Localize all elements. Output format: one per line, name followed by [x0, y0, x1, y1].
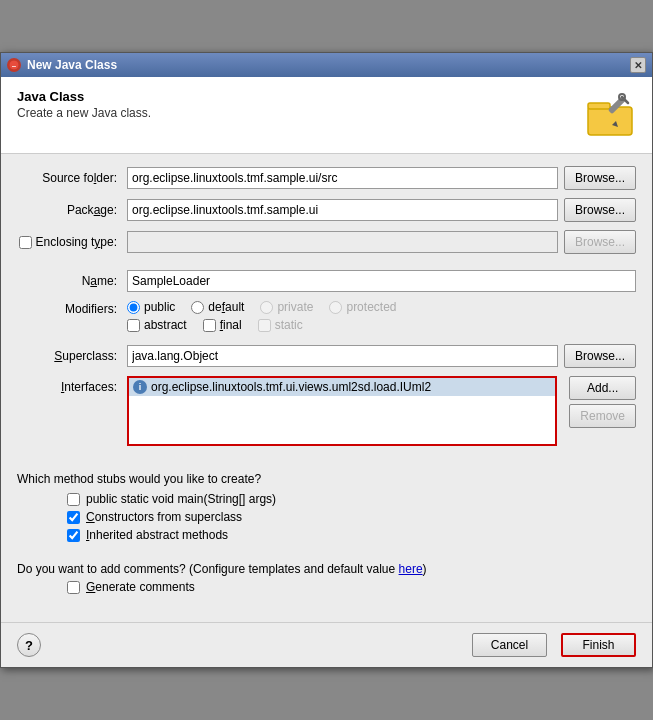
name-input[interactable]: [127, 270, 636, 292]
enclosing-type-input[interactable]: [127, 231, 558, 253]
dialog-icon: –: [7, 58, 21, 72]
stubs-question: Which method stubs would you like to cre…: [17, 472, 636, 486]
superclass-row: Superclass: Browse...: [17, 344, 636, 368]
modifier-final-label: final: [220, 318, 242, 332]
modifiers-content: public default private protected: [127, 300, 636, 336]
modifiers-row1: public default private protected: [127, 300, 636, 314]
interfaces-label: Interfaces:: [17, 376, 127, 394]
modifier-private-radio[interactable]: [260, 301, 273, 314]
modifier-private[interactable]: private: [260, 300, 313, 314]
footer-right: Cancel Finish: [466, 633, 636, 657]
modifier-protected[interactable]: protected: [329, 300, 396, 314]
source-folder-row: Source folder: Browse...: [17, 166, 636, 190]
stubs-constructors-label: Constructors from superclass: [86, 510, 242, 524]
enclosing-type-row: Enclosing type: Browse...: [17, 230, 636, 254]
form-content: Source folder: Browse... Package: Browse…: [1, 154, 652, 606]
interfaces-box: i org.eclipse.linuxtools.tmf.ui.views.um…: [127, 376, 557, 446]
modifier-protected-radio[interactable]: [329, 301, 342, 314]
comments-question-end: ): [423, 562, 427, 576]
modifier-final[interactable]: final: [203, 318, 242, 332]
stubs-constructors-row: Constructors from superclass: [67, 510, 636, 524]
package-input[interactable]: [127, 199, 558, 221]
comments-link[interactable]: here: [399, 562, 423, 576]
footer-left: ?: [17, 633, 41, 657]
help-button[interactable]: ?: [17, 633, 41, 657]
modifier-private-label: private: [277, 300, 313, 314]
modifiers-section: Modifiers: public default private: [17, 300, 636, 336]
enclosing-type-label: Enclosing type:: [36, 235, 117, 249]
source-folder-input[interactable]: [127, 167, 558, 189]
comments-question: Do you want to add comments? (Configure …: [17, 562, 399, 576]
superclass-label: Superclass:: [17, 349, 127, 363]
dialog-footer: ? Cancel Finish: [1, 622, 652, 667]
enclosing-type-label-area: Enclosing type:: [17, 235, 127, 249]
header-text: Java Class Create a new Java class.: [17, 89, 151, 120]
interface-item[interactable]: i org.eclipse.linuxtools.tmf.ui.views.um…: [129, 378, 555, 396]
package-label: Package:: [17, 203, 127, 217]
interfaces-add-button[interactable]: Add...: [569, 376, 636, 400]
finish-button[interactable]: Finish: [561, 633, 636, 657]
package-browse-button[interactable]: Browse...: [564, 198, 636, 222]
interface-text: org.eclipse.linuxtools.tmf.ui.views.uml2…: [151, 380, 431, 394]
modifier-static[interactable]: static: [258, 318, 303, 332]
title-bar-left: – New Java Class: [7, 58, 117, 72]
stubs-section: Which method stubs would you like to cre…: [17, 472, 636, 542]
modifier-protected-label: protected: [346, 300, 396, 314]
interfaces-remove-button[interactable]: Remove: [569, 404, 636, 428]
interfaces-row: Interfaces: i org.eclipse.linuxtools.tmf…: [17, 376, 636, 446]
modifier-static-checkbox[interactable]: [258, 319, 271, 332]
enclosing-type-browse-button[interactable]: Browse...: [564, 230, 636, 254]
modifier-default[interactable]: default: [191, 300, 244, 314]
svg-rect-3: [588, 103, 610, 109]
stubs-main-label: public static void main(String[] args): [86, 492, 276, 506]
modifier-public-label: public: [144, 300, 175, 314]
interface-icon: i: [133, 380, 147, 394]
modifiers-row2: abstract final static: [127, 318, 636, 332]
superclass-input[interactable]: [127, 345, 558, 367]
modifier-public[interactable]: public: [127, 300, 175, 314]
modifier-static-label: static: [275, 318, 303, 332]
comments-generate-checkbox[interactable]: [67, 581, 80, 594]
name-label: Name:: [17, 274, 127, 288]
modifier-abstract-checkbox[interactable]: [127, 319, 140, 332]
modifier-default-radio[interactable]: [191, 301, 204, 314]
enclosing-type-checkbox[interactable]: [19, 236, 32, 249]
stubs-inherited-row: Inherited abstract methods: [67, 528, 636, 542]
interfaces-buttons: Add... Remove: [563, 376, 636, 428]
header-title: Java Class: [17, 89, 151, 104]
close-button[interactable]: ✕: [630, 57, 646, 73]
comments-generate-row: Generate comments: [67, 580, 636, 594]
cancel-button[interactable]: Cancel: [472, 633, 547, 657]
header-subtitle: Create a new Java class.: [17, 106, 151, 120]
superclass-browse-button[interactable]: Browse...: [564, 344, 636, 368]
modifier-final-checkbox[interactable]: [203, 319, 216, 332]
header-icon: [584, 89, 636, 141]
title-bar: – New Java Class ✕: [1, 53, 652, 77]
stubs-main-row: public static void main(String[] args): [67, 492, 636, 506]
modifier-abstract-label: abstract: [144, 318, 187, 332]
package-row: Package: Browse...: [17, 198, 636, 222]
stubs-main-checkbox[interactable]: [67, 493, 80, 506]
new-java-class-dialog: – New Java Class ✕ Java Class Create a n…: [0, 52, 653, 668]
svg-text:–: –: [12, 61, 17, 70]
stubs-inherited-checkbox[interactable]: [67, 529, 80, 542]
name-row: Name:: [17, 270, 636, 292]
modifiers-label: Modifiers:: [17, 300, 127, 316]
stubs-constructors-checkbox[interactable]: [67, 511, 80, 524]
source-folder-browse-button[interactable]: Browse...: [564, 166, 636, 190]
comments-generate-label: Generate comments: [86, 580, 195, 594]
dialog-header: Java Class Create a new Java class.: [1, 77, 652, 154]
stubs-inherited-label: Inherited abstract methods: [86, 528, 228, 542]
modifier-public-radio[interactable]: [127, 301, 140, 314]
source-folder-label: Source folder:: [17, 171, 127, 185]
modifier-default-label: default: [208, 300, 244, 314]
dialog-title: New Java Class: [27, 58, 117, 72]
modifier-abstract[interactable]: abstract: [127, 318, 187, 332]
comments-section: Do you want to add comments? (Configure …: [17, 562, 636, 594]
